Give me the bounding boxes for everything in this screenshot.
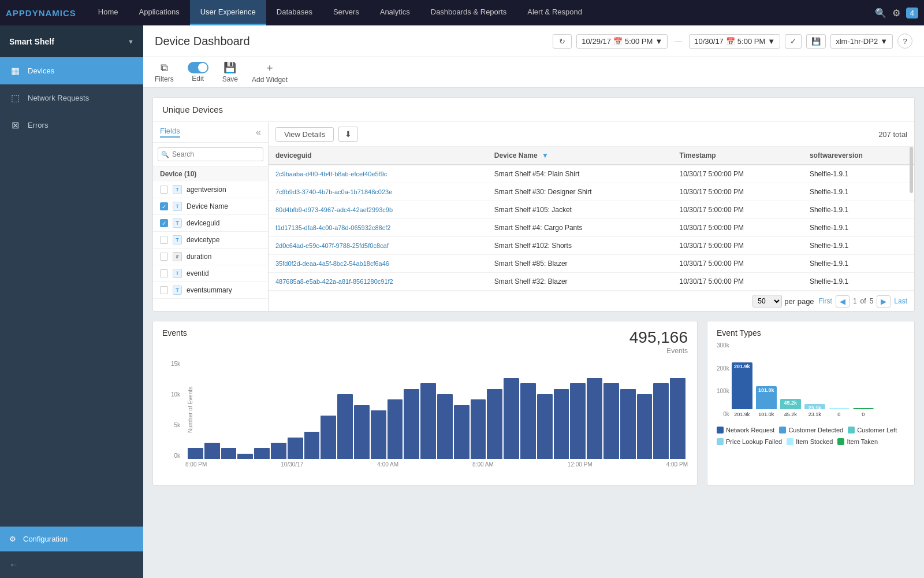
next-page-button[interactable]: ▶: [877, 295, 891, 307]
field-item-eventid[interactable]: T eventid: [153, 265, 268, 282]
view-details-button[interactable]: View Details: [275, 127, 334, 142]
refresh-button[interactable]: ↻: [553, 34, 572, 49]
chevron-down-icon: ▼: [128, 38, 134, 45]
add-widget-toolbar-item[interactable]: ＋ Add Widget: [252, 61, 288, 84]
sidebar-item-label: Network Requests: [28, 94, 89, 102]
search-icon: 🔍: [161, 151, 169, 158]
errors-icon: ⊠: [9, 120, 21, 131]
field-checkbox-devicetype[interactable]: [160, 236, 168, 244]
event-type-bar-group: 101.0k101.0k: [756, 386, 777, 417]
sidebar-item-network-requests[interactable]: ⬚ Network Requests: [0, 84, 143, 112]
x-label-3: 4:00 AM: [377, 461, 398, 468]
nav-servers[interactable]: Servers: [323, 0, 370, 25]
x-label-1: 8:00 PM: [185, 461, 207, 468]
table-row[interactable]: 7cffb9d3-3740-4b7b-ac0a-1b71848c023e Sma…: [269, 183, 914, 201]
add-icon: ＋: [264, 61, 275, 75]
nav-applications[interactable]: Applications: [129, 0, 190, 25]
col-header-device-name[interactable]: Device Name ▼: [487, 147, 673, 165]
legend-customer-detected: Customer Detected: [779, 427, 843, 433]
preset-selector[interactable]: xlm-1hr-DP2 ▼: [830, 34, 893, 49]
filters-toolbar-item[interactable]: ⧉ Filters: [155, 62, 174, 83]
save-timerange-button[interactable]: 💾: [806, 34, 826, 49]
scrollbar[interactable]: [910, 147, 913, 193]
end-date: 10/30/17: [694, 37, 724, 46]
fields-group-label: Device (10): [153, 166, 268, 181]
sidebar-item-configuration[interactable]: ⚙ Configuration: [0, 527, 143, 551]
field-checkbox-eventid[interactable]: [160, 269, 168, 277]
field-item-eventsummary[interactable]: T eventsummary: [153, 282, 268, 299]
edit-toggle[interactable]: [188, 62, 208, 73]
nav-dashboards-reports[interactable]: Dashboards & Reports: [420, 0, 517, 25]
legend-item-taken: Item Taken: [837, 438, 878, 445]
notification-badge[interactable]: 4: [906, 8, 918, 18]
settings-icon[interactable]: ⚙: [892, 8, 900, 18]
fields-tab[interactable]: Fields: [160, 127, 180, 138]
compare-button[interactable]: ✓: [785, 34, 802, 49]
table-row[interactable]: 2c9baaba-d4f0-4b4f-b8ab-efcef40e5f9c Sma…: [269, 165, 914, 183]
fields-search-input[interactable]: [158, 147, 263, 161]
edit-toolbar-item[interactable]: Edit: [188, 62, 208, 83]
field-item-devicetype[interactable]: T devicetype: [153, 232, 268, 249]
cell-timestamp: 10/30/17 5:00:00 PM: [673, 237, 803, 255]
nav-analytics[interactable]: Analytics: [370, 0, 420, 25]
nav-user-experience[interactable]: User Experience: [190, 0, 266, 25]
table-row[interactable]: 2d0c64ad-e59c-407f-9788-25fd5f0c8caf Sma…: [269, 237, 914, 255]
table-row[interactable]: f1d17135-dfa8-4c00-a78d-065932c88cf2 Sma…: [269, 219, 914, 237]
legend-dot-price: [717, 438, 724, 445]
event-types-title: Event Types: [717, 328, 761, 338]
field-checkbox-duration[interactable]: [160, 253, 168, 261]
event-bar: [653, 383, 669, 459]
sidebar-collapse-btn[interactable]: ←: [0, 551, 143, 578]
dashboard-toolbar: ⧉ Filters Edit 💾 Save ＋ Add Widget: [143, 57, 924, 88]
field-checkbox-deviceguid[interactable]: ✓: [160, 219, 168, 227]
field-checkbox-device-name[interactable]: ✓: [160, 202, 168, 210]
table-row[interactable]: 35fd0f2d-deaa-4a5f-8bc2-54ab18cf6a46 Sma…: [269, 255, 914, 273]
event-bar: [620, 389, 636, 459]
table-panel: View Details ⬇ 207 total deviceguid Devi…: [269, 122, 914, 311]
prev-page-button[interactable]: ◀: [836, 295, 850, 307]
legend-dot-stocked: [787, 438, 793, 445]
nav-alert-respond[interactable]: Alert & Respond: [517, 0, 593, 25]
download-button[interactable]: ⬇: [338, 127, 358, 142]
table-row[interactable]: 80d4bfb9-d973-4967-adc4-42aef2993c9b Sma…: [269, 201, 914, 219]
nav-home[interactable]: Home: [88, 0, 129, 25]
cell-timestamp: 10/30/17 5:00:00 PM: [673, 273, 803, 291]
field-item-deviceguid[interactable]: ✓ T deviceguid: [153, 215, 268, 232]
field-item-agentversion[interactable]: T agentversion: [153, 181, 268, 198]
fields-collapse-icon[interactable]: «: [256, 127, 261, 138]
first-page-link[interactable]: First: [819, 297, 832, 305]
event-bar: [337, 394, 353, 459]
field-checkbox-eventsummary[interactable]: [160, 286, 168, 294]
sidebar-item-devices[interactable]: ▦ Devices: [0, 57, 143, 84]
event-bar: [371, 410, 386, 459]
events-panel: Events 495,166 Events 15k 10k 5k: [152, 321, 698, 486]
save-toolbar-item[interactable]: 💾 Save: [222, 61, 238, 83]
per-page-select[interactable]: 50 25 100: [752, 295, 782, 307]
field-item-device-name[interactable]: ✓ T Device Name: [153, 198, 268, 215]
help-button[interactable]: ?: [897, 34, 912, 49]
table-row[interactable]: 487685a8-e5ab-422a-a81f-8561280c91f2 Sma…: [269, 273, 914, 291]
per-page-label: per page: [784, 297, 814, 306]
time-dropdown-icon[interactable]: ▼: [655, 37, 662, 46]
event-type-bar-group: 45.2k45.2k: [780, 399, 801, 417]
col-header-softwareversion[interactable]: softwareversion: [803, 147, 914, 165]
legend-dot-taken: [837, 438, 844, 445]
main-content: Device Dashboard ↻ 10/29/17 📅 5:00 PM ▼ …: [143, 25, 924, 578]
end-time: 5:00 PM: [737, 37, 765, 46]
start-time: 5:00 PM: [625, 37, 653, 46]
event-type-bar: 101.0k: [756, 386, 777, 409]
last-page-link[interactable]: Last: [894, 297, 907, 305]
search-icon[interactable]: 🔍: [875, 8, 886, 18]
field-checkbox-agentversion[interactable]: [160, 186, 168, 194]
col-header-timestamp[interactable]: Timestamp: [673, 147, 803, 165]
sidebar-item-errors[interactable]: ⊠ Errors: [0, 112, 143, 139]
time-dropdown-icon-end[interactable]: ▼: [767, 37, 775, 46]
legend-label-stocked: Item Stocked: [796, 438, 833, 445]
field-item-duration[interactable]: # duration: [153, 249, 268, 265]
event-bar: [471, 399, 486, 459]
start-date: 10/29/17: [582, 37, 611, 46]
app-logo[interactable]: APPDYNAMICS: [6, 8, 76, 18]
sidebar-app-selector[interactable]: Smart Shelf ▼: [0, 25, 143, 57]
col-header-deviceguid[interactable]: deviceguid: [269, 147, 487, 165]
nav-databases[interactable]: Databases: [266, 0, 323, 25]
